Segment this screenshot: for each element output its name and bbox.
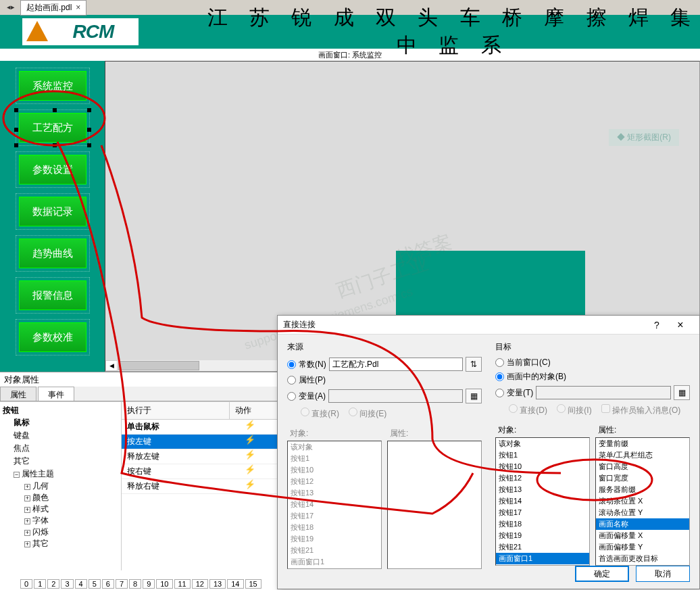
tree-focus[interactable]: 焦点 [3, 442, 118, 455]
list-item[interactable]: 画面偏移量 Y [596, 541, 689, 553]
list-item[interactable]: 该对象 [496, 438, 589, 449]
sidebar: 系统监控 工艺配方 参数设置 数据记录 趋势曲线 报警信息 参数校准 [0, 61, 105, 372]
tree-blink[interactable]: +闪烁 [3, 526, 118, 538]
list-item[interactable]: 按钮10 [496, 461, 589, 472]
overflow-indicator: ◂▸ [7, 3, 15, 11]
list-item[interactable]: 按钮10 [288, 464, 381, 476]
list-item[interactable]: 按钮12 [288, 476, 381, 487]
tree-other[interactable]: 其它 [3, 455, 118, 468]
nav-param-setting[interactable]: 参数设置 [19, 155, 86, 185]
list-item[interactable]: 静态文本46 [288, 568, 381, 569]
direct-connection-dialog: 直接连接 ? × 来源 常数(N) ⇅ 属性(P) 变量(A) ▦ 直接(R) … [277, 315, 700, 589]
radio-constant[interactable] [287, 360, 296, 369]
obj-label: 对象: [287, 426, 382, 441]
list-item[interactable]: 首选画面更改目标 [596, 553, 689, 564]
close-icon[interactable]: × [76, 3, 80, 12]
list-item[interactable]: 滚动条位置 X [596, 495, 689, 507]
action-header: 动作 [230, 402, 270, 419]
tree-style[interactable]: +样式 [3, 503, 118, 515]
tree-color[interactable]: +颜色 [3, 492, 118, 503]
document-tab[interactable]: 起始画面.pdl × [20, 0, 86, 16]
target-prop-list[interactable]: 变量前缀菜单/工具栏组态窗口高度窗口宽度服务器前缀滚动条位置 X滚动条位置 Y画… [595, 437, 690, 566]
page-numbers: 01 23 45 67 89 1011 1213 1415 [20, 578, 261, 590]
list-item[interactable]: 按钮14 [496, 495, 589, 507]
radio-indirect-i [557, 404, 566, 413]
list-item[interactable]: 按钮18 [288, 522, 381, 533]
radio-variable[interactable] [287, 392, 296, 401]
radio-variable-t[interactable] [495, 389, 504, 397]
list-item[interactable]: 服务器前缀 [596, 484, 689, 495]
radio-direct-d [509, 404, 518, 413]
browse-var-icon[interactable]: ▦ [466, 389, 482, 403]
source-prop-list[interactable] [387, 441, 482, 569]
list-item[interactable]: 按钮19 [288, 533, 381, 545]
target-var-input [536, 386, 671, 399]
dialog-titlebar[interactable]: 直接连接 ? × [278, 316, 699, 335]
radio-direct-r [301, 408, 309, 416]
tab-events[interactable]: 事件 [38, 387, 74, 401]
list-item[interactable]: 按钮14 [288, 499, 381, 510]
list-item[interactable]: 按钮13 [496, 484, 589, 495]
tree-keyboard[interactable]: 键盘 [3, 429, 118, 442]
nav-param-calibrate[interactable]: 参数校准 [19, 322, 86, 352]
nav-data-record[interactable]: 数据记录 [19, 197, 86, 226]
checkbox-operator-msg [601, 404, 610, 413]
radio-indirect-e [349, 408, 357, 416]
list-item[interactable]: 窗口高度 [596, 461, 689, 472]
close-icon[interactable]: × [667, 319, 694, 331]
nav-trend-curve[interactable]: 趋势曲线 [19, 239, 86, 268]
list-item[interactable]: 画面偏移量 X [596, 530, 689, 541]
tree-theme[interactable]: −属性主题 [3, 468, 118, 481]
list-item[interactable]: 按钮12 [496, 472, 589, 484]
nav-process-recipe[interactable]: 工艺配方 [19, 113, 86, 143]
target-prop-label: 属性: [595, 423, 690, 437]
ok-button[interactable]: 确定 [575, 566, 629, 582]
list-item[interactable]: 按钮13 [288, 487, 381, 499]
tree-panel[interactable]: 按钮 鼠标 键盘 焦点 其它 −属性主题 +几何 +颜色 +样式 +字体 +闪烁… [0, 402, 122, 570]
list-item[interactable]: 按钮21 [288, 545, 381, 556]
cancel-button[interactable]: 取消 [636, 566, 690, 582]
radio-object-in-picture[interactable] [495, 372, 504, 381]
list-item[interactable]: 按钮1 [496, 449, 589, 461]
list-item[interactable]: 按钮18 [496, 518, 589, 530]
list-item[interactable]: 变量前缀 [596, 438, 689, 449]
list-item[interactable]: 窗口宽度 [596, 472, 689, 484]
radio-current-window[interactable] [495, 358, 504, 367]
browse-target-icon[interactable]: ▦ [674, 385, 690, 400]
list-item[interactable]: 滚动条位置 Y [596, 507, 689, 518]
tree-other2[interactable]: +其它 [3, 538, 118, 549]
page-title: 江 苏 锐 成 双 头 车 桥 摩 擦 焊 集 中 监 系 [139, 4, 700, 59]
canvas-rect-1[interactable] [396, 251, 585, 318]
list-item[interactable]: 该对象 [288, 441, 381, 453]
list-item[interactable]: 按钮19 [496, 530, 589, 541]
constant-input[interactable] [329, 358, 463, 371]
list-item[interactable]: 按钮21 [496, 541, 589, 553]
list-item[interactable]: 按钮1 [288, 453, 381, 464]
logo-triangle-icon [26, 21, 48, 41]
variable-input [328, 389, 463, 403]
dialog-title: 直接连接 [283, 319, 647, 330]
target-object-list[interactable]: 该对象按钮1按钮10按钮12按钮13按钮14按钮17按钮18按钮19按钮21画面… [495, 437, 590, 566]
list-item[interactable]: 菜单/工具栏组态 [596, 449, 689, 461]
source-column: 来源 常数(N) ⇅ 属性(P) 变量(A) ▦ 直接(R) 间接(E) 对象:… [287, 341, 482, 569]
list-item[interactable]: 按钮17 [288, 510, 381, 522]
source-object-list[interactable]: 该对象按钮1按钮10按钮12按钮13按钮14按钮17按钮18按钮19按钮21画面… [287, 441, 382, 569]
list-item[interactable]: 按钮17 [496, 507, 589, 518]
list-item[interactable]: 画面窗口1 [288, 556, 381, 568]
browse-icon[interactable]: ⇅ [466, 357, 482, 372]
radio-property[interactable] [287, 376, 296, 385]
scroll-left-icon[interactable]: ◀ [105, 360, 118, 371]
help-icon[interactable]: ? [647, 320, 667, 330]
tab-attributes[interactable]: 属性 [0, 387, 36, 401]
tree-root[interactable]: 按钮 [3, 405, 118, 416]
target-column: 目标 当前窗口(C) 画面中的对象(B) 变量(T) ▦ 直接(D) 间接(I)… [495, 341, 690, 569]
list-item[interactable]: 画面窗口1 [496, 553, 589, 564]
scroll-thumb[interactable] [118, 361, 199, 370]
tree-font[interactable]: +字体 [3, 515, 118, 526]
tree-mouse[interactable]: 鼠标 [3, 416, 118, 429]
nav-system-monitor[interactable]: 系统监控 [19, 71, 86, 101]
logo-text: RCM [73, 21, 114, 43]
nav-alarm-info[interactable]: 报警信息 [19, 280, 86, 310]
list-item[interactable]: 画面名称 [596, 518, 689, 530]
tree-geom[interactable]: +几何 [3, 481, 118, 492]
